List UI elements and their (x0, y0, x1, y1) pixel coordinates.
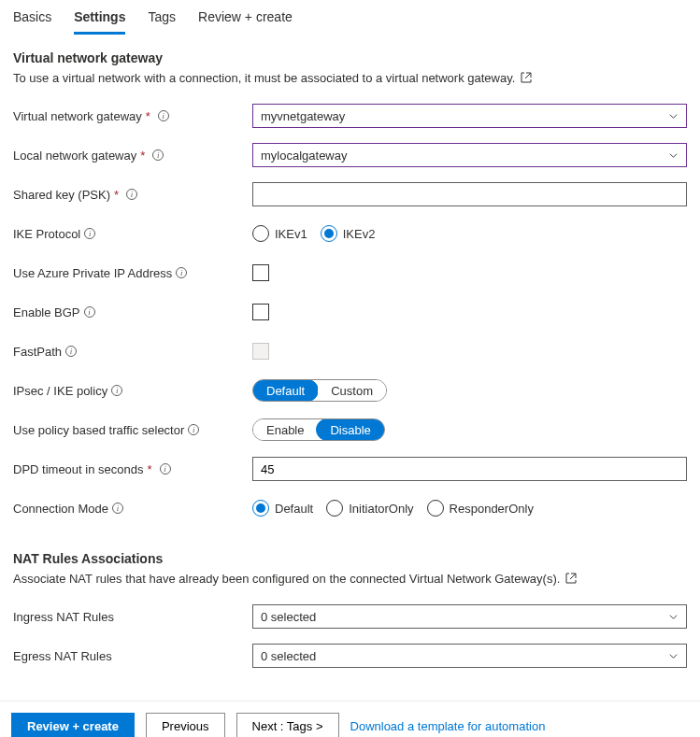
pill-pbts-enable[interactable]: Enable (253, 419, 317, 440)
radio-circle-icon (326, 500, 343, 517)
select-vng-value: myvnetgateway (261, 109, 345, 123)
info-icon[interactable]: i (65, 346, 77, 357)
info-icon[interactable]: i (176, 267, 187, 278)
radio-circle-icon (427, 500, 444, 517)
review-create-button[interactable]: Review + create (11, 713, 135, 737)
checkbox-private-ip[interactable] (252, 264, 269, 281)
radio-circle-checked-icon (252, 500, 269, 517)
chevron-down-icon (668, 111, 679, 121)
checkbox-enable-bgp[interactable] (252, 304, 269, 320)
info-icon[interactable]: i (111, 385, 122, 396)
label-enable-bgp: Enable BGP i (13, 305, 252, 319)
info-icon[interactable]: i (158, 110, 169, 121)
section-vng-title: Virtual network gateway (13, 50, 687, 65)
tab-bar: Basics Settings Tags Review + create (0, 0, 700, 35)
select-local-network-gateway[interactable]: mylocalgateway (252, 143, 687, 167)
section-nat-desc-text: Associate NAT rules that have already be… (13, 572, 560, 586)
label-connection-mode: Connection Mode i (13, 502, 252, 516)
previous-button[interactable]: Previous (146, 713, 225, 737)
radio-ikev1-label: IKEv1 (275, 227, 307, 241)
next-button[interactable]: Next : Tags > (236, 713, 339, 737)
label-private-ip: Use Azure Private IP Address i (13, 266, 252, 280)
info-icon[interactable]: i (152, 149, 164, 161)
select-lng-value: mylocalgateway (261, 149, 348, 163)
radio-connmode-initiator[interactable]: InitiatorOnly (326, 500, 413, 517)
pill-ipsec-custom[interactable]: Custom (318, 380, 386, 401)
checkbox-fastpath (252, 343, 269, 360)
info-icon[interactable]: i (112, 503, 123, 514)
label-policy-traffic-selector: Use policy based traffic selector i (13, 423, 252, 437)
chevron-down-icon (668, 150, 679, 161)
chevron-down-icon (668, 651, 679, 661)
section-vng-desc: To use a virtual network with a connecti… (13, 71, 687, 86)
select-virtual-network-gateway[interactable]: myvnetgateway (252, 104, 687, 128)
input-shared-key[interactable] (252, 182, 687, 206)
radio-connmode-responder[interactable]: ResponderOnly (427, 500, 534, 517)
tab-tags[interactable]: Tags (148, 6, 176, 35)
radio-circle-checked-icon (321, 225, 337, 242)
toggle-policy-traffic-selector: Enable Disable (252, 418, 385, 441)
pill-pbts-disable[interactable]: Disable (316, 418, 384, 441)
radio-connmode-default[interactable]: Default (252, 500, 313, 517)
label-ipsec-policy: IPsec / IKE policy i (13, 384, 252, 398)
input-dpd-timeout[interactable] (252, 457, 687, 481)
select-ingress-value: 0 selected (261, 610, 316, 624)
radio-ikev2-label: IKEv2 (343, 227, 376, 241)
label-ike-protocol: IKE Protocol i (13, 227, 252, 241)
label-virtual-network-gateway: Virtual network gateway* i (13, 109, 252, 123)
tab-basics[interactable]: Basics (13, 6, 51, 35)
tab-review-create[interactable]: Review + create (198, 6, 293, 35)
external-link-icon[interactable] (521, 72, 532, 86)
toggle-ipsec-policy: Default Custom (252, 379, 387, 402)
label-egress-nat: Egress NAT Rules (13, 649, 252, 663)
label-local-network-gateway: Local network gateway* i (13, 149, 252, 163)
section-virtual-network-gateway: Virtual network gateway To use a virtual… (0, 35, 700, 521)
pill-ipsec-default[interactable]: Default (252, 379, 319, 402)
info-icon[interactable]: i (126, 189, 137, 200)
radio-ikev1[interactable]: IKEv1 (252, 225, 307, 242)
chevron-down-icon (668, 612, 679, 622)
tab-settings[interactable]: Settings (74, 6, 125, 35)
select-egress-nat-rules[interactable]: 0 selected (252, 644, 687, 668)
label-ingress-nat: Ingress NAT Rules (13, 610, 252, 624)
radio-connmode-responder-label: ResponderOnly (450, 502, 534, 516)
section-nat-desc: Associate NAT rules that have already be… (13, 572, 687, 587)
select-egress-value: 0 selected (261, 649, 316, 663)
info-icon[interactable]: i (84, 306, 95, 318)
label-shared-key: Shared key (PSK)* i (13, 188, 252, 202)
info-icon[interactable]: i (160, 463, 171, 475)
label-dpd-timeout: DPD timeout in seconds* i (13, 462, 252, 476)
section-vng-desc-text: To use a virtual network with a connecti… (13, 71, 515, 85)
section-nat-title: NAT Rules Associations (13, 551, 687, 566)
section-nat-rules: NAT Rules Associations Associate NAT rul… (0, 534, 700, 669)
radio-ikev2[interactable]: IKEv2 (321, 225, 376, 242)
wizard-footer: Review + create Previous Next : Tags > D… (0, 701, 700, 737)
label-fastpath: FastPath i (13, 345, 252, 359)
radio-circle-icon (252, 225, 269, 242)
select-ingress-nat-rules[interactable]: 0 selected (252, 604, 687, 629)
radio-connmode-default-label: Default (275, 502, 313, 516)
radio-connmode-initiator-label: InitiatorOnly (349, 502, 413, 516)
download-template-link[interactable]: Download a template for automation (350, 719, 546, 733)
info-icon[interactable]: i (188, 424, 199, 435)
info-icon[interactable]: i (84, 228, 95, 239)
external-link-icon[interactable] (565, 573, 577, 587)
